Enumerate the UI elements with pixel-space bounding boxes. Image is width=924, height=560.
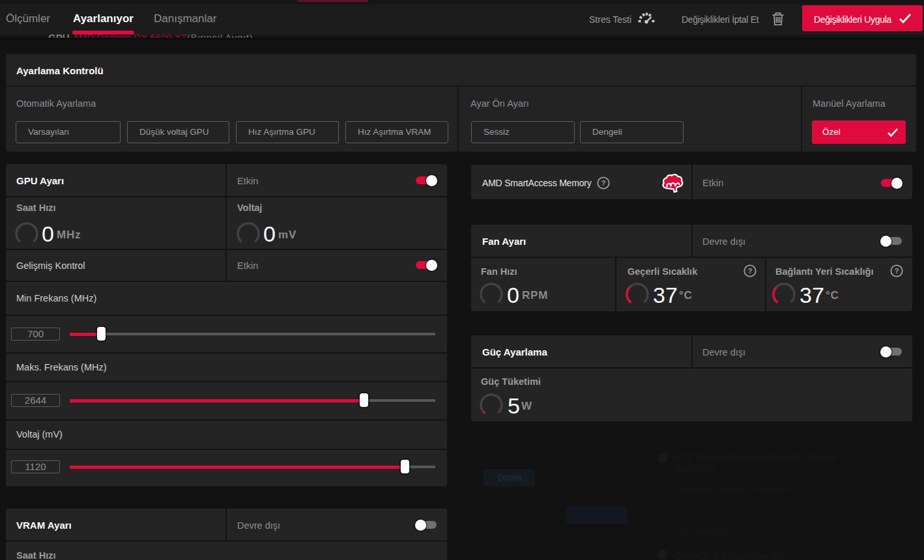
svg-text:?: ? [747,267,752,275]
svg-text:?: ? [601,179,605,187]
svg-text:?: ? [894,267,899,275]
